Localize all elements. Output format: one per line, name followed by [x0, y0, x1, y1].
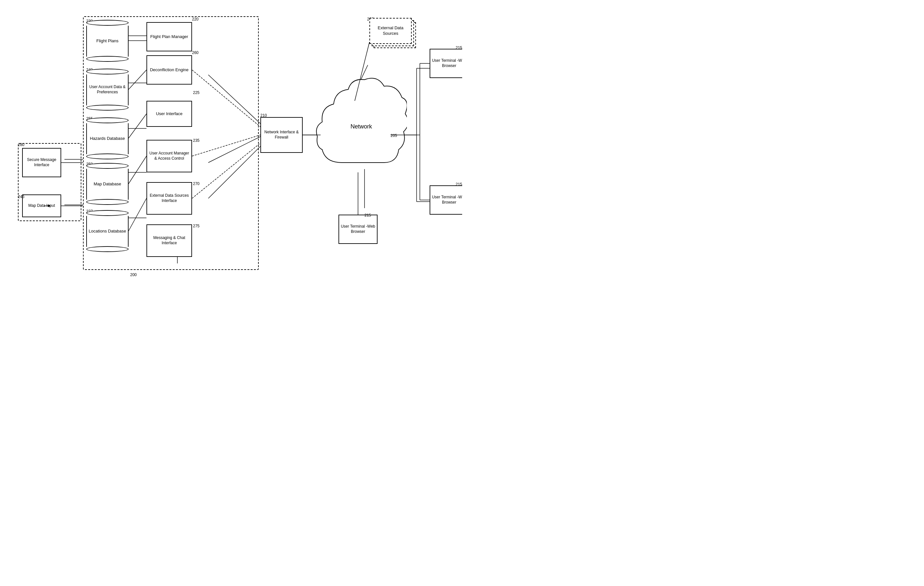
ref-225: 225 [193, 91, 200, 95]
cylinder-top-map [86, 163, 129, 169]
ref-245: 245 [18, 194, 25, 199]
map-data-input-label: Map Data Input [28, 203, 55, 209]
network-interface-label: Network Interface & Firewall [262, 130, 301, 140]
external-data-sources-box: External Data Sources [370, 18, 412, 44]
network-cloud-svg: Network [316, 72, 407, 189]
flight-plans-db: Flight Plans [86, 20, 129, 62]
locations-label: Locations Database [86, 216, 129, 247]
user-account-label: User Account Data & Preferences [86, 74, 129, 105]
ref-215-bot: 215 [455, 182, 462, 187]
ref-215-top: 215 [455, 46, 462, 50]
ref-215-mid: 215 [365, 213, 371, 217]
cylinder-bottom-hz [86, 153, 129, 159]
deconfliction-engine-box: Deconfliction Engine [147, 55, 192, 84]
user-terminal-bottom: User Terminal -Web Browser [430, 185, 462, 215]
ref-200: 200 [130, 273, 137, 277]
ext-data-sources-interface-box: External Data Sources Interface [147, 182, 192, 215]
cylinder-top-hz [86, 117, 129, 123]
map-db: Map Database [86, 163, 129, 205]
user-interface-label: User Interface [156, 111, 183, 117]
user-account-manager-box: User Account Manager & Access Control [147, 140, 192, 172]
secure-message-box: Secure Message Interface [22, 148, 61, 177]
user-terminal-top: User Terminal -Web Browser [430, 49, 462, 78]
flight-plans-label: Flight Plans [86, 26, 129, 57]
secure-message-label: Secure Message Interface [24, 157, 59, 168]
ref-270: 270 [193, 181, 200, 186]
user-terminal-bottom-label: User Terminal -Web Browser [432, 195, 462, 205]
ext-data-sources-interface-label: External Data Sources Interface [148, 193, 190, 203]
cylinder-top-loc [86, 210, 129, 216]
flight-plan-manager-label: Flight Plan Manager [150, 34, 188, 40]
ref-275: 275 [193, 224, 200, 228]
diagram: 200 Flight Plans 230 User Account Data &… [0, 0, 462, 293]
network-interface-box: Network Interface & Firewall [261, 117, 303, 153]
ref-205: 205 [391, 133, 397, 138]
ref-235: 235 [193, 138, 200, 143]
flight-plan-manager-box: Flight Plan Manager [147, 22, 192, 51]
user-terminal-mid: User Terminal -Web Browser [338, 215, 378, 244]
cylinder-bottom-fp [86, 56, 129, 62]
messaging-chat-label: Messaging & Chat Interface [148, 235, 190, 245]
messaging-chat-box: Messaging & Chat Interface [147, 224, 192, 257]
cylinder-bottom-map [86, 199, 129, 205]
external-data-sources-label: External Data Sources [371, 25, 410, 36]
user-account-manager-label: User Account Manager & Access Control [148, 151, 190, 161]
user-interface-box: User Interface [147, 101, 192, 127]
deconfliction-engine-label: Deconfliction Engine [150, 67, 189, 73]
ref-260: 260 [192, 50, 198, 55]
ref-280: 280 [18, 142, 25, 147]
user-terminal-top-label: User Terminal -Web Browser [432, 58, 462, 68]
map-db-label: Map Database [86, 169, 129, 200]
user-account-db: User Account Data & Preferences [86, 68, 129, 110]
ref-210: 210 [261, 113, 267, 118]
locations-db: Locations Database [86, 210, 129, 252]
cylinder-bottom-loc [86, 246, 129, 252]
cylinder-top-fp [86, 20, 129, 26]
ref-220: 220 [192, 17, 198, 21]
cylinder-top-ua [86, 69, 129, 74]
cylinder-bottom-ua [86, 105, 129, 110]
hazards-label: Hazards Database [86, 123, 129, 154]
hazards-db: Hazards Database [86, 117, 129, 159]
network-label: Network [350, 123, 372, 130]
user-terminal-mid-label: User Terminal -Web Browser [340, 224, 376, 234]
map-data-input-box: Map Data Input [22, 194, 61, 217]
